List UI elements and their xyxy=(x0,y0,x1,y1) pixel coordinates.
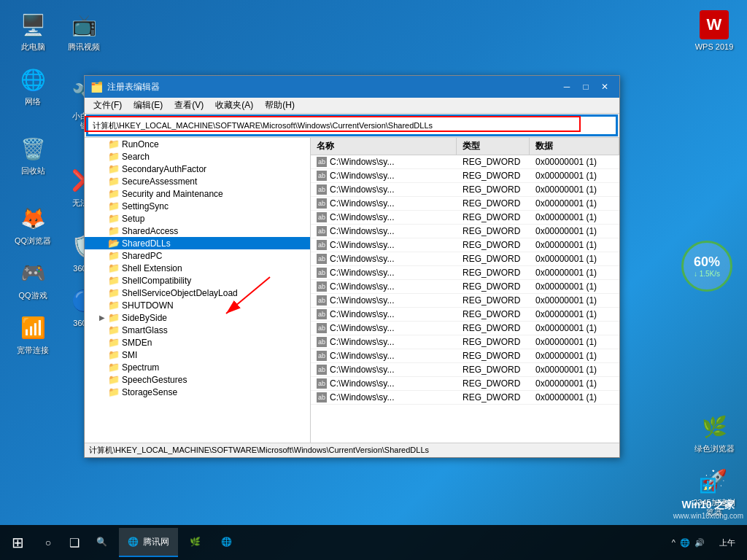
tree-item-shell-service[interactable]: 📁 ShellServiceObjectDelayLoad xyxy=(85,287,310,299)
tree-item-secure-assessment[interactable]: 📁 SecureAssessment xyxy=(85,175,310,187)
value-row-11[interactable]: ab C:\Windows\sy... REG_DWORD 0x00000001… xyxy=(311,308,619,322)
menu-view[interactable]: 查看(V) xyxy=(169,98,209,114)
desktop-icon-network[interactable]: 🌐 网络 xyxy=(7,62,58,109)
tree-label-smi: SMI xyxy=(122,350,137,360)
broadband-label: 宽带连接 xyxy=(17,346,49,355)
tree-item-speech-gestures[interactable]: 📁 SpeechGestures xyxy=(85,373,310,386)
tree-item-smart-glass[interactable]: 📁 SmartGlass xyxy=(85,324,310,336)
tree-item-runonce[interactable]: 📁 RunOnce xyxy=(85,138,310,150)
desktop-icon-green-browser[interactable]: 🌿 绿色浏览器 xyxy=(689,409,740,456)
registry-address-text: 计算机\HKEY_LOCAL_MACHINE\SOFTWARE\Microsof… xyxy=(93,120,433,131)
speed-value: ↓ 1.5K/s xyxy=(694,270,720,278)
value-cell-name-10: ab C:\Windows\sy... xyxy=(311,294,457,307)
desktop-icon-recycle-bin[interactable]: 🗑️ 回收站 xyxy=(7,131,58,179)
tree-item-shared-dlls[interactable]: 📂 SharedDLLs xyxy=(85,237,310,249)
desktop-icon-my-computer[interactable]: 🖥️ 此电脑 xyxy=(7,7,58,55)
menu-edit[interactable]: 编辑(E) xyxy=(128,98,169,114)
folder-icon-security-maintenance: 📁 xyxy=(108,188,120,199)
start-button[interactable]: ⊞ xyxy=(0,525,35,560)
close-button[interactable]: ✕ xyxy=(596,79,614,94)
value-row-4[interactable]: ab C:\Windows\sy... REG_DWORD 0x00000001… xyxy=(311,211,619,225)
value-row-0[interactable]: ab C:\Windows\sy... REG_DWORD 0x00000001… xyxy=(311,155,619,169)
win10-sub-text: www.win10xtong.com xyxy=(673,512,743,520)
reg-value-icon-11: ab xyxy=(317,309,327,319)
value-cell-name-9: ab C:\Windows\sy... xyxy=(311,280,457,293)
tree-item-secondary-auth[interactable]: 📁 SecondaryAuthFactor xyxy=(85,163,310,175)
value-row-15[interactable]: ab C:\Windows\sy... REG_DWORD 0x00000001… xyxy=(311,363,619,377)
registry-tree-panel[interactable]: 📁 RunOnce 📁 Search 📁 SecondaryAuthFactor xyxy=(85,138,311,443)
registry-values-panel[interactable]: 名称 类型 数据 ab C:\Windows\sy... REG_DWORD 0… xyxy=(311,138,619,443)
tree-item-security-maintenance[interactable]: 📁 Security and Maintenance xyxy=(85,187,310,200)
value-cell-data-7: 0x00000001 (1) xyxy=(530,252,619,265)
taskbar-app-green-browser[interactable]: 🌿 xyxy=(181,528,209,557)
folder-icon-shared-access: 📁 xyxy=(108,225,120,236)
tree-item-shutdown[interactable]: 📁 SHUTDOWN xyxy=(85,299,310,311)
value-row-3[interactable]: ab C:\Windows\sy... REG_DWORD 0x00000001… xyxy=(311,197,619,211)
taskbar-app-globe[interactable]: 🌐 xyxy=(212,528,241,557)
value-cell-type-14: REG_DWORD xyxy=(457,349,530,362)
tree-item-search[interactable]: 📁 Search xyxy=(85,150,310,163)
taskbar-app-browser[interactable]: 🌐 腾讯网 xyxy=(119,528,178,557)
menu-file[interactable]: 文件(F) xyxy=(88,98,128,114)
value-row-6[interactable]: ab C:\Windows\sy... REG_DWORD 0x00000001… xyxy=(311,238,619,252)
desktop-icon-wps[interactable]: W WPS 2019 xyxy=(689,7,740,55)
folder-icon-storage-sense: 📁 xyxy=(108,386,120,397)
tree-item-spectrum[interactable]: 📁 Spectrum xyxy=(85,361,310,373)
tree-arrow-side-by-side: ▶ xyxy=(96,314,108,322)
tree-item-setting-sync[interactable]: 📁 SettingSync xyxy=(85,200,310,212)
taskbar-search-icon-btn[interactable]: 🔍 xyxy=(88,528,116,557)
value-row-17[interactable]: ab C:\Windows\sy... REG_DWORD 0x00000001… xyxy=(311,391,619,405)
value-row-9[interactable]: ab C:\Windows\sy... REG_DWORD 0x00000001… xyxy=(311,280,619,294)
tree-item-smi[interactable]: 📁 SMI xyxy=(85,349,310,361)
reg-value-icon-12: ab xyxy=(317,323,327,333)
minimize-button[interactable]: ─ xyxy=(558,79,576,94)
taskbar-time: 上午 xyxy=(713,537,741,548)
folder-icon-side-by-side: 📁 xyxy=(108,312,120,323)
maximize-button[interactable]: □ xyxy=(577,79,595,94)
value-row-10[interactable]: ab C:\Windows\sy... REG_DWORD 0x00000001… xyxy=(311,294,619,308)
tree-label-secure-assessment: SecureAssessment xyxy=(122,176,197,187)
value-row-8[interactable]: ab C:\Windows\sy... REG_DWORD 0x00000001… xyxy=(311,266,619,280)
system-tray[interactable]: ^ 🌐 🔊 xyxy=(666,538,711,548)
folder-icon-search: 📁 xyxy=(108,151,120,162)
menu-help[interactable]: 帮助(H) xyxy=(259,98,301,114)
value-row-1[interactable]: ab C:\Windows\sy... REG_DWORD 0x00000001… xyxy=(311,169,619,183)
cortana-button[interactable]: ○ xyxy=(35,529,61,556)
tree-label-shell-extension: Shell Extension xyxy=(122,263,182,273)
value-cell-type-17: REG_DWORD xyxy=(457,391,530,404)
value-row-14[interactable]: ab C:\Windows\sy... REG_DWORD 0x00000001… xyxy=(311,349,619,363)
value-row-13[interactable]: ab C:\Windows\sy... REG_DWORD 0x00000001… xyxy=(311,335,619,349)
registry-address-bar[interactable]: 计算机\HKEY_LOCAL_MACHINE\SOFTWARE\Microsof… xyxy=(88,116,616,135)
desktop-icon-tencent-video[interactable]: 📺 腾讯视频 xyxy=(58,7,109,55)
taskbar-right: ^ 🌐 🔊 上午 xyxy=(666,537,747,548)
tree-item-storage-sense[interactable]: 📁 StorageSense xyxy=(85,386,310,398)
desktop-icon-qq-browser[interactable]: 🦊 QQ浏览器 xyxy=(7,201,58,249)
tree-item-smden[interactable]: 📁 SMDEn xyxy=(85,336,310,349)
tree-item-setup[interactable]: 📁 Setup xyxy=(85,212,310,225)
tree-item-shell-extension[interactable]: 📁 Shell Extension xyxy=(85,262,310,274)
task-view-button[interactable]: ❑ xyxy=(61,529,88,556)
tree-item-side-by-side[interactable]: ▶ 📁 SideBySide xyxy=(85,311,310,324)
value-row-12[interactable]: ab C:\Windows\sy... REG_DWORD 0x00000001… xyxy=(311,322,619,335)
browser-icon: 🌐 xyxy=(128,537,139,547)
menu-favorites[interactable]: 收藏夹(A) xyxy=(209,98,259,114)
value-cell-type-12: REG_DWORD xyxy=(457,322,530,335)
value-cell-type-16: REG_DWORD xyxy=(457,377,530,390)
value-cell-type-3: REG_DWORD xyxy=(457,197,530,210)
tray-expand-icon[interactable]: ^ xyxy=(672,538,676,547)
desktop-icon-qq-game[interactable]: 🎮 QQ游戏 xyxy=(7,256,58,303)
tree-item-shared-pc[interactable]: 📁 SharedPC xyxy=(85,249,310,262)
value-cell-name-14: ab C:\Windows\sy... xyxy=(311,349,457,362)
value-row-2[interactable]: ab C:\Windows\sy... REG_DWORD 0x00000001… xyxy=(311,183,619,197)
registry-title-text: 注册表编辑器 xyxy=(107,81,558,93)
wps-label: WPS 2019 xyxy=(695,42,734,52)
value-row-16[interactable]: ab C:\Windows\sy... REG_DWORD 0x00000001… xyxy=(311,377,619,391)
tree-item-shared-access[interactable]: 📁 SharedAccess xyxy=(85,225,310,237)
value-row-7[interactable]: ab C:\Windows\sy... REG_DWORD 0x00000001… xyxy=(311,252,619,266)
tree-item-shell-compat[interactable]: 📁 ShellCompatibility xyxy=(85,274,310,287)
desktop-icon-broadband[interactable]: 📶 宽带连接 xyxy=(7,311,58,358)
registry-title-buttons: ─ □ ✕ xyxy=(558,79,614,94)
tree-label-spectrum: Spectrum xyxy=(122,362,159,373)
reg-value-icon-8: ab xyxy=(317,268,327,278)
value-row-5[interactable]: ab C:\Windows\sy... REG_DWORD 0x00000001… xyxy=(311,225,619,238)
